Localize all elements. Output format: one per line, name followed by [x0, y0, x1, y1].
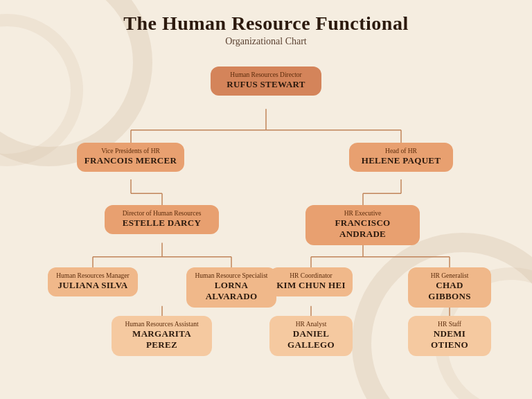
node-kim: HR Coordinator KIM CHUN HEI — [269, 267, 353, 296]
juliana-role: Human Resources Manager — [56, 272, 130, 280]
node-margarita: Human Resources Assistant MARGARITA PERE… — [112, 316, 212, 356]
margarita-name: MARGARITA PEREZ — [118, 328, 205, 350]
estelle-name: ESTELLE DARCY — [123, 218, 201, 229]
rufus-name: RUFUS STEWART — [227, 79, 305, 90]
lorna-role: Human Resource Specialist — [195, 272, 267, 280]
chad-name: CHAD GIBBONS — [415, 280, 484, 301]
node-juliana: Human Resources Manager JULIANA SILVA — [48, 267, 138, 296]
node-estelle: Director of Human Resources ESTELLE DARC… — [105, 205, 219, 234]
francisco-role: HR Executive — [344, 209, 382, 218]
ndemi-role: HR Staff — [438, 320, 461, 328]
node-rufus: Human Resources Director RUFUS STEWART — [211, 66, 321, 96]
node-francois: Vice Presidents of HR FRANCOIS MERCER — [77, 143, 184, 172]
page-title: The Human Resource Functional — [123, 12, 408, 35]
francois-role: Vice Presidents of HR — [101, 147, 160, 155]
helene-name: HELENE PAQUET — [362, 155, 441, 166]
juliana-name: JULIANA SILVA — [57, 280, 127, 291]
rufus-role: Human Resources Director — [230, 71, 301, 79]
node-francisco: HR Executive FRANCISCO ANDRADE — [305, 205, 420, 245]
org-chart: Human Resources Director RUFUS STEWART V… — [10, 54, 522, 399]
estelle-role: Director of Human Resources — [123, 209, 202, 218]
lorna-name: LORNA ALVARADO — [193, 280, 269, 301]
node-daniel: HR Analyst DANIEL GALLEGO — [269, 316, 353, 356]
margarita-role: Human Resources Assistant — [125, 320, 198, 328]
helene-role: Head of HR — [385, 147, 417, 155]
francois-name: FRANCOIS MERCER — [85, 155, 177, 166]
node-ndemi: HR Staff NDEMI OTIENO — [408, 316, 491, 356]
kim-name: KIM CHUN HEI — [276, 280, 346, 291]
page-container: The Human Resource Functional Organizati… — [0, 0, 532, 399]
node-chad: HR Generalist CHAD GIBBONS — [408, 267, 491, 308]
node-lorna: Human Resource Specialist LORNA ALVARADO — [186, 267, 276, 308]
daniel-role: HR Analyst — [296, 320, 327, 328]
chad-role: HR Generalist — [431, 272, 469, 280]
node-helene: Head of HR HELENE PAQUET — [349, 143, 453, 172]
daniel-name: DANIEL GALLEGO — [276, 328, 346, 350]
page-subtitle: Organizational Chart — [225, 36, 307, 47]
ndemi-name: NDEMI OTIENO — [415, 328, 484, 350]
francisco-name: FRANCISCO ANDRADE — [312, 218, 413, 239]
kim-role: HR Coordinator — [290, 272, 332, 280]
